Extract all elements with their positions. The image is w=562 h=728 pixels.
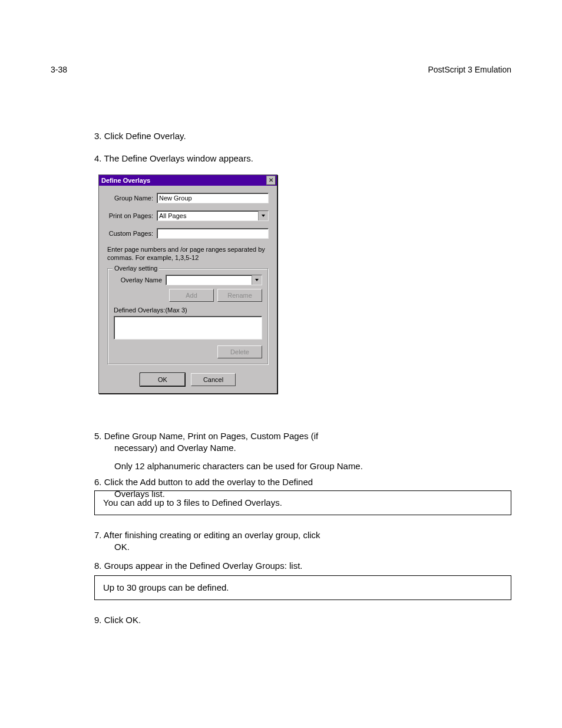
step-7-line-1: 7. After finishing creating or editing a… <box>94 529 511 541</box>
cancel-button[interactable]: Cancel <box>191 373 236 386</box>
overlay-setting-legend: Overlay setting <box>113 265 159 272</box>
step-8: 8. Groups appear in the Defined Overlay … <box>94 560 511 572</box>
overlay-setting-group: Overlay setting Overlay Name Add Rename … <box>107 268 269 365</box>
step-4: 4. The Define Overlays window appears. <box>94 153 253 163</box>
delete-button[interactable]: Delete <box>217 345 262 358</box>
print-on-pages-label: Print on Pages: <box>107 212 157 219</box>
step-5-line-1: 5. Define Group Name, Print on Pages, Cu… <box>94 430 511 442</box>
page-number: 3-38 <box>51 65 67 74</box>
define-overlays-dialog: Define Overlays ✕ Group Name: New Group … <box>98 174 277 394</box>
dialog-title: Define Overlays <box>101 177 150 184</box>
step-7-line-2: OK. <box>94 541 511 553</box>
print-on-pages-select[interactable]: All Pages <box>157 210 269 221</box>
custom-pages-label: Custom Pages: <box>107 230 157 237</box>
defined-overlays-list[interactable] <box>114 316 262 340</box>
add-button[interactable]: Add <box>169 289 214 302</box>
ok-button[interactable]: OK <box>140 373 185 386</box>
chevron-down-icon[interactable] <box>252 275 262 285</box>
overlay-name-label: Overlay Name <box>114 276 166 284</box>
step-9: 9. Click OK. <box>94 614 511 626</box>
page-range-hint: Enter page numbers and /or page ranges s… <box>107 246 269 262</box>
rename-button[interactable]: Rename <box>217 289 262 302</box>
note-box-2: Up to 30 groups can be defined. <box>94 575 511 600</box>
note-box-1: You can add up to 3 files to Defined Ove… <box>94 490 511 515</box>
step-5-line-2: necessary) and Overlay Name. <box>94 442 511 454</box>
print-on-pages-value: All Pages <box>159 212 186 219</box>
chevron-down-icon[interactable] <box>258 211 268 220</box>
note-1-text: You can add up to 3 files to Defined Ove… <box>103 498 282 508</box>
step-3: 3. Click Define Overlay. <box>94 131 186 141</box>
note-2-text: Up to 30 groups can be defined. <box>103 582 229 592</box>
group-name-input[interactable]: New Group <box>157 193 269 203</box>
step-6-line-1: 6. Click the Add button to add the overl… <box>94 476 511 488</box>
defined-overlays-label: Defined Overlays:(Max 3) <box>114 307 262 314</box>
titlebar: Define Overlays ✕ <box>99 175 277 186</box>
group-name-label: Group Name: <box>107 195 157 202</box>
custom-pages-input[interactable] <box>157 228 269 239</box>
close-icon[interactable]: ✕ <box>266 176 276 185</box>
step-5-line-3: Only 12 alphanumeric characters can be u… <box>94 460 511 472</box>
group-name-value: New Group <box>159 195 192 202</box>
running-header: PostScript 3 Emulation <box>428 65 511 74</box>
overlay-name-select[interactable] <box>166 275 262 285</box>
